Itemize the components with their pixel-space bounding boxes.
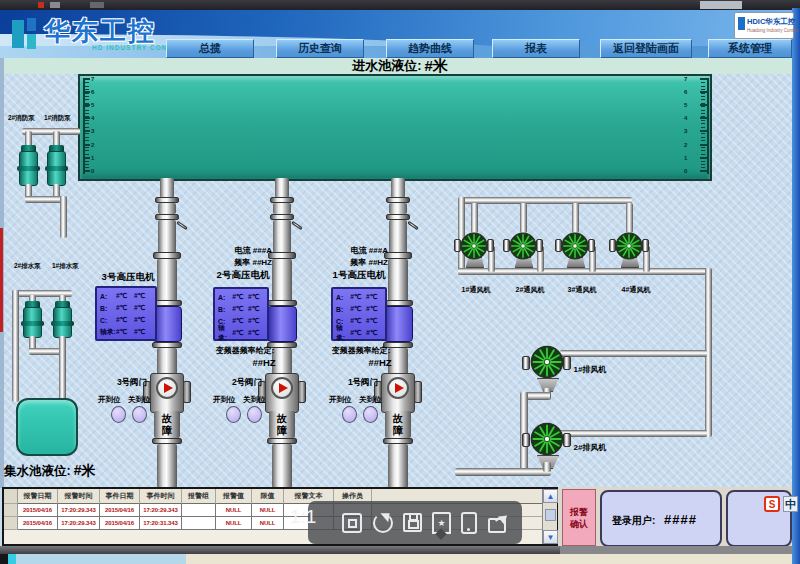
device-icon[interactable] [461, 512, 477, 534]
alarm-cell[interactable]: 2015/04/16 [100, 517, 140, 530]
scada-screen: 华东工控 HD INDUSTRY CONTROL.COM 2014 HDIC华东… [0, 0, 800, 564]
share-icon[interactable] [488, 518, 506, 533]
ime-language-icon[interactable]: 中 [783, 496, 798, 512]
vent-fan-4-icon [615, 232, 643, 260]
drain-pump2-label: 2#排水泵 [14, 262, 41, 271]
pipe-segment [273, 220, 291, 253]
scroll-up-button[interactable]: ▲ [543, 489, 558, 503]
valve2-label: 2号阀门 [227, 377, 267, 389]
column-header[interactable]: 报警日期 [18, 489, 58, 504]
alarm-cell[interactable]: 2015/04/16 [18, 517, 58, 530]
alarm-cell[interactable] [182, 504, 216, 517]
inlet-level-title: 进水池液位: #米 [290, 57, 510, 75]
scale-label: 5 [684, 102, 687, 108]
nav-button-report[interactable]: 报表 [492, 39, 580, 58]
scale-label: 5 [91, 102, 94, 108]
fan-cap [522, 356, 530, 370]
temp-row: B:#℃#℃ [336, 303, 382, 315]
pipe-segment [273, 203, 291, 214]
valve3-close-label: 关到位 [128, 395, 156, 405]
valve1-open-label: 开到位 [329, 395, 357, 405]
fan-cap [487, 239, 494, 252]
zoom-level-indicator[interactable]: 1:1 [290, 506, 316, 528]
nav-button-trend[interactable]: 趋势曲线 [386, 39, 474, 58]
valve1-close-indicator [363, 406, 378, 423]
alarm-confirm-button[interactable]: 报警确认 [562, 489, 596, 546]
valve3-close-indicator [132, 406, 147, 423]
alarm-scrollbar[interactable]: ▲ ▼ [542, 489, 557, 544]
fault-label: 故障 [393, 413, 404, 437]
fit-to-screen-icon[interactable] [342, 513, 362, 533]
vent-fan-4-label: 4#通风机 [614, 285, 658, 295]
temp-row: 轴承:#℃#℃ [336, 327, 382, 339]
nav-button-system[interactable]: 系统管理 [708, 39, 792, 58]
bookmark-star-icon[interactable]: ★ [432, 512, 451, 534]
alarm-cell[interactable]: 17:20:29.343 [140, 504, 182, 517]
vent-fan-1-label: 1#通风机 [454, 285, 498, 295]
nav-button-login-screen[interactable]: 返回登陆画面 [600, 39, 692, 58]
gauge-needle-icon [164, 383, 173, 393]
alarm-cell[interactable]: 2015/04/16 [18, 504, 58, 517]
alarm-cell[interactable]: 17:20:31.343 [140, 517, 182, 530]
pipe-segment [460, 197, 632, 204]
temp-row: A:#℃#℃ [218, 291, 264, 303]
pipe-segment [572, 203, 579, 233]
alarm-cell[interactable]: NULL [252, 504, 284, 517]
column-header[interactable]: 事件时间 [140, 489, 182, 504]
pipe-segment [520, 203, 527, 233]
fault-pipe: 故障 [154, 411, 180, 438]
alarm-cell[interactable]: NULL [216, 504, 252, 517]
valve3-open-label: 开到位 [98, 395, 126, 405]
desktop-strip-dark [0, 554, 8, 564]
column-header[interactable]: 报警组 [182, 489, 216, 504]
alarm-cell[interactable]: NULL [252, 517, 284, 530]
window-bottom-border [0, 546, 560, 554]
login-user-label: 登录用户: [612, 514, 655, 528]
scroll-thumb[interactable] [545, 509, 556, 521]
pipe-segment [158, 220, 176, 253]
scale-label: 0 [91, 168, 94, 174]
motor2-vfd-value: ##HZ [242, 357, 286, 368]
tank-scale-right: 7 6 5 4 3 2 1 0 [691, 78, 709, 176]
motor-body [383, 306, 413, 342]
pipe-segment [389, 220, 407, 253]
column-header[interactable]: 事件日期 [100, 489, 140, 504]
column-header[interactable]: 限值 [252, 489, 284, 504]
alarm-cell[interactable]: NULL [216, 517, 252, 530]
column-header[interactable]: 报警时间 [58, 489, 100, 504]
scale-ticks [701, 79, 705, 174]
rotate-icon[interactable] [373, 513, 393, 533]
alarm-cell[interactable]: 17:20:29.343 [58, 517, 100, 530]
pipe-segment [458, 268, 708, 275]
nav-button-overview[interactable]: 总揽 [166, 39, 254, 58]
motor1-current: 电流 ###A [328, 245, 388, 256]
exhaust-fan-1-icon [530, 345, 564, 379]
alarm-cell[interactable]: 17:20:29.343 [58, 504, 100, 517]
temp-row: A:#℃#℃ [100, 290, 152, 302]
scale-label: 0 [684, 168, 687, 174]
nav-button-history[interactable]: 历史查询 [276, 39, 364, 58]
pipe-segment [389, 203, 407, 214]
pipe-segment [157, 348, 177, 375]
ime-sogou-icon[interactable]: S [764, 496, 780, 512]
alarm-cell[interactable]: 2015/04/16 [100, 504, 140, 517]
inlet-tank [78, 74, 712, 181]
fault-pipe: 故障 [385, 411, 411, 438]
alarm-cell[interactable] [182, 517, 216, 530]
pipe-segment [60, 196, 67, 238]
scale-label: 3 [684, 128, 687, 134]
scroll-down-button[interactable]: ▼ [543, 530, 558, 544]
tank-scale-left: 7 6 5 4 3 2 1 0 [83, 78, 105, 176]
gauge-needle-icon [279, 383, 288, 393]
pipe-segment [275, 178, 289, 198]
pump-ring [45, 166, 68, 171]
valve-flange [183, 381, 191, 403]
motor2-title: 2号高压电机 [208, 269, 278, 282]
fan-cap [536, 239, 543, 252]
fault-label: 故障 [277, 413, 288, 437]
save-icon[interactable] [403, 513, 422, 532]
column-header[interactable]: 报警值 [216, 489, 252, 504]
titlebar-box [700, 1, 742, 9]
left-edge-red-mark [0, 228, 3, 332]
flange [384, 252, 412, 259]
